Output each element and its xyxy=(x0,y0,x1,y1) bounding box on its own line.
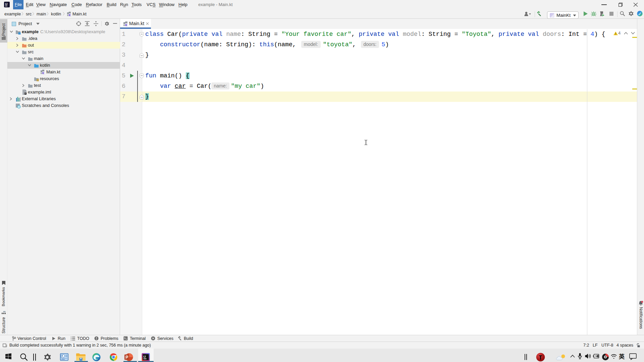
svg-text:IJ: IJ xyxy=(5,2,7,6)
svg-text:P: P xyxy=(125,355,128,360)
svg-text:IJ: IJ xyxy=(144,355,146,358)
